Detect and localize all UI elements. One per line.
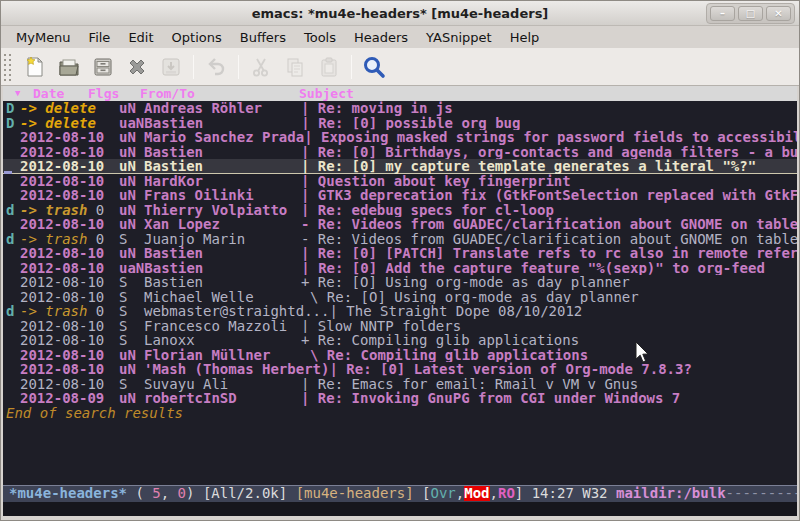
message-row[interactable]: 2012-08-10uNFrans Oilinki| GTK3 deprecat… (3, 188, 797, 203)
menu-tools[interactable]: Tools (295, 28, 345, 47)
menu-help[interactable]: Help (501, 28, 549, 47)
window-controls: –□✕ (706, 3, 795, 24)
message-flags: uaN (119, 116, 144, 131)
menu-options[interactable]: Options (163, 28, 231, 47)
message-subject: | Slow NNTP folders (301, 319, 461, 334)
menubar: MyMenuFileEditOptionsBuffersToolsHeaders… (1, 26, 799, 48)
dired-icon[interactable] (86, 52, 120, 82)
message-from: Suvayu Ali (144, 377, 301, 392)
message-row[interactable]: 2012-08-10SBastien+ Re: [O] Using org-mo… (3, 275, 797, 290)
pending-action: -> delete (20, 116, 119, 131)
message-row[interactable]: D-> deleteuNAndreas Röhler| Re: moving i… (3, 101, 797, 116)
message-row[interactable]: 2012-08-10uNBastien| Re: [0] my capture … (3, 159, 797, 174)
message-row[interactable]: d-> trash 0SJuanjo Marin- Re: Videos fro… (3, 232, 797, 247)
message-flags: uN (119, 348, 144, 363)
modeline-segment-plain: ] (515, 485, 532, 501)
message-row[interactable]: 2012-08-10uNXan Lopez- Re: Videos from G… (3, 217, 797, 232)
message-from: Bastien (144, 246, 301, 261)
menu-buffers[interactable]: Buffers (231, 28, 295, 47)
modeline-segment-plain: [ (422, 485, 430, 501)
message-date: 2012-08-10 (20, 217, 119, 232)
message-subject: | Question about key fingerprint (301, 174, 571, 189)
message-date: 2012-08-10 (20, 319, 119, 334)
message-row[interactable]: 2012-08-10uaNBastien| Re: [0] Add the ca… (3, 261, 797, 276)
frame-bottom-border (1, 516, 799, 520)
mark-flag: d (6, 304, 20, 319)
message-row[interactable]: 2012-08-10SLanoxx+ Re: Compiling glib ap… (3, 333, 797, 348)
message-subject: | Re: [0] Birthdays, org-contacts and ag… (301, 145, 797, 160)
message-subject: | Re: [0] Add the capture feature "%(sex… (301, 261, 765, 276)
close-buffer-icon[interactable] (120, 52, 154, 82)
message-row[interactable]: 2012-08-10uNFlorian Müllner\ Re: Compili… (3, 348, 797, 363)
modeline-segment-plain: 14:27 W32 (532, 485, 616, 501)
toolbar-separator (193, 55, 194, 79)
message-row[interactable]: 2012-08-10SSuvayu Ali| Re: Emacs for ema… (3, 377, 797, 392)
modeline-segment-khaki: [mu4e-headers] (296, 485, 422, 501)
message-flags: uaN (119, 261, 144, 276)
message-flags: uN (119, 174, 144, 189)
toolbar-separator (351, 55, 352, 79)
message-subject: - Re: Videos from GUADEC/clarification a… (301, 232, 797, 247)
maximize-button[interactable]: □ (738, 6, 763, 21)
message-from: Bastien (144, 261, 301, 276)
message-row[interactable]: 2012-08-10uNBastien| Re: [0] [PATCH] Tra… (3, 246, 797, 261)
minibuffer[interactable] (3, 502, 797, 516)
message-date: 2012-08-10 (20, 174, 119, 189)
message-subject: + Re: [O] Using org-mode as day planner (301, 275, 630, 290)
toolbar-drag-handle[interactable] (3, 53, 12, 81)
message-row[interactable]: 2012-08-10uN'Mash (Thomas Herbert)| Re: … (3, 362, 797, 377)
emacs-cursor (4, 171, 12, 174)
message-subject: | Exposing masked strings for password f… (304, 130, 797, 145)
minimize-button[interactable]: – (710, 6, 735, 21)
message-row[interactable]: 2012-08-10uNHardKor| Question about key … (3, 174, 797, 189)
column-header-from[interactable]: From/To (140, 86, 195, 101)
modeline-segment-maildir: maildir:/bulk (616, 485, 726, 501)
message-row[interactable]: d-> trash 0uNThierry Volpiatto| Re: edeb… (3, 203, 797, 218)
menu-file[interactable]: File (80, 28, 120, 47)
message-from: Thierry Volpiatto (144, 203, 301, 218)
emacs-window: emacs: *mu4e-headers* [mu4e-headers] –□✕… (0, 0, 800, 521)
message-row[interactable]: 2012-08-10SMichael Welle\ Re: [O] Using … (3, 290, 797, 305)
column-header-flags[interactable]: Flgs (88, 86, 119, 101)
modeline-segment-dashes: ----------------------------------------… (726, 485, 797, 501)
header-line: ▼ Date Flgs From/To Subject (3, 86, 797, 101)
message-row[interactable]: d-> trash 0Swebmaster@straightd...| The … (3, 304, 797, 319)
message-subject: + Re: Compiling glib applications (301, 333, 579, 348)
message-row[interactable]: D-> deleteuaNBastien| Re: [0] possible o… (3, 116, 797, 131)
menu-yasnippet[interactable]: YASnippet (417, 28, 501, 47)
message-flags: uN (119, 188, 144, 203)
message-date: 2012-08-10 (20, 246, 119, 261)
menu-headers[interactable]: Headers (345, 28, 417, 47)
new-file-icon[interactable] (18, 52, 52, 82)
undo-icon (199, 52, 233, 82)
message-row[interactable]: 2012-08-09uNrobertcInSD| Re: Invoking Gn… (3, 391, 797, 406)
modeline[interactable]: *mu4e-headers* ( 5, 0) [All/2.0k] [mu4e-… (3, 485, 797, 502)
column-header-subject[interactable]: Subject (299, 86, 354, 101)
menu-mymenu[interactable]: MyMenu (7, 28, 80, 47)
message-flags: S (119, 319, 144, 334)
sort-indicator-icon[interactable]: ▼ (15, 86, 20, 101)
message-flags: uN (119, 159, 144, 174)
message-subject: | Re: [0] Latest version of Org-mode 7.8… (329, 362, 691, 377)
modeline-segment-plain: , (456, 485, 464, 501)
message-row[interactable]: 2012-08-10uNMario Sanchez Prada| Exposin… (3, 130, 797, 145)
message-flags: S (119, 377, 144, 392)
message-from: webmaster@straightd... (144, 304, 329, 319)
modeline-segment-plain: ) [All/2.0k] (186, 485, 296, 501)
search-icon[interactable] (357, 52, 391, 82)
message-from: Mario Sanchez Prada (144, 130, 304, 145)
message-date: 2012-08-09 (20, 391, 119, 406)
message-date: 2012-08-10 (20, 377, 119, 392)
menu-edit[interactable]: Edit (119, 28, 162, 47)
titlebar[interactable]: emacs: *mu4e-headers* [mu4e-headers] –□✕ (1, 1, 799, 26)
message-row[interactable]: 2012-08-10uNBastien| Re: [0] Birthdays, … (3, 145, 797, 160)
column-header-date[interactable]: Date (33, 86, 64, 101)
modeline-segment-plain: , (161, 485, 178, 501)
close-button[interactable]: ✕ (766, 6, 791, 21)
mark-flag: D (6, 116, 20, 131)
modeline-segment-teal: Ovr (431, 485, 456, 501)
open-folder-icon[interactable] (52, 52, 86, 82)
toolbar (1, 48, 799, 86)
message-row[interactable]: 2012-08-10SFrancesco Mazzoli| Slow NNTP … (3, 319, 797, 334)
message-flags: uN (119, 246, 144, 261)
